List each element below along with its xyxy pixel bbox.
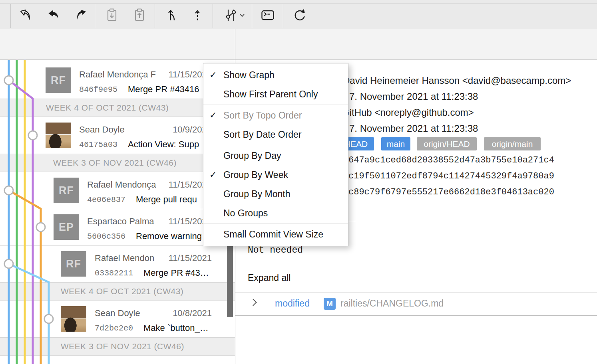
menu-item-sort-by-date-order[interactable]: Sort By Date Order xyxy=(203,125,348,144)
avatar-photo xyxy=(46,123,71,148)
merge-branch-icon xyxy=(164,7,180,23)
expand-all-button[interactable]: Expand all xyxy=(248,273,291,283)
menu-item-label: Group By Day xyxy=(223,150,281,161)
commit-author-line: David Heinemeier Hansson <david@basecamp… xyxy=(343,75,571,86)
graph-options-button[interactable] xyxy=(222,6,240,24)
menu-item-no-groups[interactable]: No Groups xyxy=(203,204,348,223)
merge-button[interactable] xyxy=(163,6,181,24)
avatar-initials: RF xyxy=(46,67,71,93)
avatar-photo xyxy=(61,306,86,332)
redo-arrow-button[interactable] xyxy=(72,6,89,24)
menu-item-label: Small Commit View Size xyxy=(223,229,323,239)
stash-clipboard-icon xyxy=(104,7,120,23)
commit-author: Espartaco Palma xyxy=(87,216,154,227)
toolbar-divider xyxy=(283,4,283,28)
menu-separator xyxy=(203,145,348,145)
ref-badge-origin-head[interactable]: origin/HEAD xyxy=(417,137,477,150)
toolbar-divider xyxy=(10,4,11,28)
chevron-down-icon xyxy=(239,13,245,18)
commit-date: 11/15/2021 xyxy=(169,253,212,263)
subheader: All Branches, Remotes, Tags 5647a9c1 xyxy=(0,29,597,60)
file-row[interactable]: modified M railties/CHANGELOG.md xyxy=(235,293,597,315)
commit-author: Rafael Mendonça F xyxy=(79,69,156,80)
commit-message-body: Not needed xyxy=(248,245,303,255)
menu-item-group-by-week[interactable]: ✓ Group By Week xyxy=(203,165,348,184)
toolbar-divider xyxy=(252,4,252,28)
commit-message: Merge PR #43416 xyxy=(128,84,199,95)
commit-row[interactable]: RF Rafael Mendonça 11/15/2021 4e06e837 M… xyxy=(0,172,235,209)
menu-item-label: Sort By Topo Order xyxy=(223,110,302,121)
avatar-initials: EP xyxy=(54,214,79,240)
stash-button[interactable] xyxy=(103,6,121,24)
commit-short-hash: 03382211 xyxy=(95,269,133,278)
pop-stash-clipboard-icon xyxy=(131,7,147,23)
menu-item-group-by-month[interactable]: Group By Month xyxy=(203,184,348,204)
commit-row[interactable]: Sean Doyle 10/9/2021 46175a03 Action Vie… xyxy=(0,117,235,154)
commit-short-hash: 7d2be2e0 xyxy=(95,324,133,333)
toolbar-divider xyxy=(213,4,213,28)
toolbar-divider xyxy=(155,4,155,28)
graph-options-chevron[interactable] xyxy=(238,6,246,24)
menu-item-label: No Groups xyxy=(223,208,268,218)
commit-commit-date: 7. November 2021 at 11:23:38 xyxy=(349,123,478,134)
commit-message: Merge PR #43… xyxy=(143,268,209,278)
commit-message: Remove warning xyxy=(136,231,202,241)
commit-sha: 647a9c1ced68d20338552d47a3b755e10a271c4 xyxy=(348,155,554,166)
view-options-menu: ✓ Show Graph Show First Parent Only ✓ So… xyxy=(203,63,348,246)
commit-message: Make `button_… xyxy=(143,323,209,333)
menu-item-label: Show Graph xyxy=(223,70,275,80)
menu-separator xyxy=(203,105,348,105)
share-arrow-button[interactable] xyxy=(17,6,35,24)
menu-item-label: Group By Week xyxy=(223,170,288,180)
menu-item-group-by-day[interactable]: Group By Day xyxy=(203,146,348,165)
menu-item-label: Show First Parent Only xyxy=(223,89,318,99)
commit-date: 10/8/2021 xyxy=(173,308,212,318)
commit-short-hash: 46175a03 xyxy=(79,140,117,149)
commit-row[interactable]: Sean Doyle 10/8/2021 7d2be2e0 Make `butt… xyxy=(0,301,235,337)
menu-item-show-first-parent-only[interactable]: Show First Parent Only xyxy=(203,85,348,104)
commit-message: Action View: Supp xyxy=(128,139,199,150)
commit-short-hash: 4e06e837 xyxy=(87,195,125,204)
undo-arrow-icon xyxy=(46,7,62,23)
menu-item-sort-by-topo-order[interactable]: ✓ Sort By Topo Order xyxy=(203,106,348,125)
checkmark-icon: ✓ xyxy=(209,65,217,85)
file-status-label[interactable]: modified xyxy=(275,298,310,309)
refresh-icon xyxy=(291,7,307,23)
ref-badge-main[interactable]: main xyxy=(381,137,410,150)
scrollbar-thumb[interactable] xyxy=(227,239,233,317)
commit-row[interactable]: RF Rafael Mendonça F 11/15/2021 846f9e95… xyxy=(0,62,235,99)
parent-sha: c89c79f6797e555217e6662d18e3f04613ac020 xyxy=(348,187,554,198)
rebase-button[interactable] xyxy=(189,6,206,24)
week-group-header: WEEK 4 OF OCT 2021 (CW43) xyxy=(0,99,235,117)
refresh-button[interactable] xyxy=(290,6,308,24)
menu-item-label: Sort By Date Order xyxy=(223,129,302,140)
undo-arrow-button[interactable] xyxy=(45,6,63,24)
commit-committer-line: GitHub <noreply@github.com> xyxy=(342,107,474,118)
commit-message: Merge pull requ xyxy=(136,194,197,205)
toolbar-top-hairline xyxy=(0,3,597,4)
file-path: railties/CHANGELOG.md xyxy=(340,298,444,309)
terminal-button[interactable] xyxy=(259,6,277,24)
menu-separator xyxy=(203,224,348,224)
commit-short-hash: 5606c356 xyxy=(87,232,125,241)
parent-sha: c19f5011072edf8794c11427445329f4a9780a9 xyxy=(348,171,554,182)
terminal-icon xyxy=(260,7,276,23)
toolbar-divider xyxy=(96,4,96,28)
menu-item-small-commit-view-size[interactable]: Small Commit View Size xyxy=(203,225,348,244)
checkmark-icon: ✓ xyxy=(209,165,217,184)
chevron-right-icon[interactable] xyxy=(249,299,257,306)
week-group-header: WEEK 4 OF OCT 2021 (CW43) xyxy=(0,282,235,301)
commit-short-hash: 846f9e95 xyxy=(79,85,117,94)
ref-badge-origin-main[interactable]: origin/main xyxy=(484,137,541,150)
menu-item-show-graph[interactable]: ✓ Show Graph xyxy=(203,65,348,85)
toolbar xyxy=(0,0,597,29)
week-group-header: WEEK 3 OF NOV 2021 (CW46) xyxy=(0,337,235,356)
commit-author: Sean Doyle xyxy=(95,308,140,318)
pop-stash-button[interactable] xyxy=(131,6,148,24)
commit-row[interactable]: RF Rafael Mendon 11/15/2021 03382211 Mer… xyxy=(0,245,235,282)
section-divider xyxy=(235,315,597,316)
commit-author: Rafael Mendonça xyxy=(87,180,156,190)
avatar-initials: RF xyxy=(61,251,86,277)
commit-list: RF Rafael Mendonça F 11/15/2021 846f9e95… xyxy=(0,60,235,364)
commit-row[interactable]: EP Espartaco Palma 11/15/2021 5606c356 R… xyxy=(0,209,235,245)
